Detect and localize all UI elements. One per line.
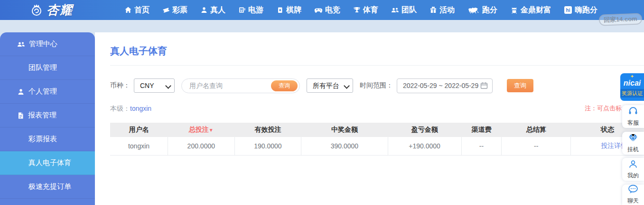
nav-item-lottery[interactable]: 彩票 — [162, 5, 187, 15]
sidebar-item-label: 真人电子体育 — [28, 158, 71, 167]
nav-item-egame[interactable]: 电游 — [238, 5, 263, 15]
nav-item-hipaofen[interactable]: hi 嗨跑分 — [564, 5, 597, 15]
nav-item-label: 团队 — [401, 5, 417, 15]
platform-select-wrap: 所有平台 — [307, 78, 353, 93]
currency-select[interactable]: CNY — [134, 78, 175, 93]
currency-select-wrap: CNY — [134, 78, 175, 93]
username-search-box: 查询 — [181, 78, 300, 93]
esports-icon — [314, 6, 323, 14]
hi-badge-icon: hi — [564, 6, 572, 14]
level-user-link[interactable]: tongxin — [130, 105, 151, 112]
nav-item-paofen[interactable]: 跑分 — [467, 5, 497, 15]
level-label: 本级： — [110, 105, 130, 112]
col-header-profit[interactable]: 盈亏金额 — [388, 123, 461, 137]
nav-item-activity[interactable]: 活动 — [429, 5, 455, 15]
sidebar-item-report-management[interactable]: 报表管理 — [0, 104, 95, 127]
col-header-total-bet-sorted[interactable]: 总投注▼ — [168, 123, 235, 137]
cell-username: tongxin — [110, 137, 168, 155]
sidebar: 管理中心 团队管理 个人管理 报表管理 彩票报表 真人电子体育 极速充提订单 — [0, 32, 95, 205]
nav-item-label: 彩票 — [172, 5, 187, 15]
user-icon — [628, 159, 638, 171]
nav-item-sports[interactable]: 体育 — [353, 5, 378, 15]
site-watermark: 回家14.com — [599, 13, 643, 26]
sparkle-icon: ✦ — [620, 74, 644, 79]
nav-item-team[interactable]: 团队 — [391, 5, 417, 15]
crown-emblem-icon — [29, 3, 44, 17]
sidebar-item-label: 个人管理 — [28, 87, 57, 96]
cell-win-amount: 390.0000 — [301, 137, 388, 155]
col-header-valid-bet[interactable]: 有效投注 — [234, 123, 301, 137]
team-icon — [17, 40, 25, 48]
customer-service-button[interactable]: 客服 — [622, 105, 644, 128]
sort-desc-icon: ▼ — [209, 127, 214, 133]
svg-text:hi: hi — [566, 8, 570, 13]
sidebar-item-personal-management[interactable]: 个人管理 — [0, 80, 95, 104]
date-range-value: 2022-05-29 ~ 2022-05-29 — [403, 82, 478, 89]
nav-item-label: 金鼎财富 — [521, 5, 551, 15]
diamond-icon — [628, 133, 638, 145]
sidebar-item-fast-deposit-withdraw-orders[interactable]: 极速充提订单 — [0, 175, 95, 199]
table-row: tongxin 200.0000 190.0000 390.0000 +190.… — [110, 137, 644, 155]
brand-logo[interactable]: 杏耀 — [29, 2, 73, 19]
col-header-channel-fee[interactable]: 渠道费 — [461, 123, 501, 137]
sidebar-item-management-center[interactable]: 管理中心 — [0, 32, 95, 56]
nav-item-esports[interactable]: 电竞 — [314, 5, 340, 15]
date-range-picker[interactable]: 2022-05-29 ~ 2022-05-29 — [397, 78, 493, 93]
level-row: 本级：tongxin — [110, 105, 644, 113]
cell-profit: +190.0000 — [388, 137, 461, 155]
sidebar-item-label: 管理中心 — [29, 39, 57, 49]
username-input[interactable] — [189, 82, 261, 89]
nav-item-label: 电游 — [248, 5, 263, 15]
platform-select[interactable]: 所有平台 — [307, 78, 353, 93]
nav-item-label: 真人 — [210, 5, 225, 15]
chat-icon — [628, 185, 638, 196]
nav-item-label: 嗨跑分 — [575, 5, 597, 15]
title-divider — [110, 65, 644, 66]
chat-button[interactable]: 聊天 — [622, 185, 644, 205]
col-header-total-settlement[interactable]: 总结算 — [502, 123, 571, 137]
report-icon — [17, 112, 24, 119]
nav-item-wealth[interactable]: 金鼎财富 — [510, 5, 551, 15]
logo-text: 杏耀 — [47, 2, 73, 19]
my-account-button[interactable]: 我的 — [622, 158, 644, 181]
auto-hangup-button[interactable]: 挂机 — [622, 132, 644, 155]
cell-total-settlement: -- — [502, 137, 571, 155]
nav-item-label: 棋牌 — [286, 5, 301, 15]
nav-item-live[interactable]: 真人 — [200, 5, 225, 15]
nav-item-label: 跑分 — [482, 5, 497, 15]
query-button[interactable]: 查询 — [507, 79, 533, 92]
calendar-icon — [480, 81, 488, 90]
currency-label: 币种： — [110, 81, 130, 90]
table-header-row: 用户名 总投注▼ 有效投注 中奖金额 盈亏金额 渠道费 总结算 状态 — [110, 123, 644, 137]
report-table: 用户名 总投注▼ 有效投注 中奖金额 盈亏金额 渠道费 总结算 状态 tongx… — [110, 123, 644, 156]
top-navbar: 杏耀 首页 彩票 真人 电游 棋牌 电竞 体育 — [0, 0, 644, 20]
nav-item-label: 首页 — [134, 5, 149, 15]
cell-channel-fee: -- — [461, 137, 501, 155]
page-title: 真人电子体育 — [110, 45, 644, 58]
sidebar-item-lottery-report[interactable]: 彩票报表 — [0, 127, 95, 151]
sidebar-item-label: 团队管理 — [28, 63, 57, 72]
nav-item-label: 活动 — [439, 5, 455, 15]
sports-trophy-icon — [353, 6, 361, 14]
headset-icon — [628, 107, 638, 118]
user-icon — [17, 88, 25, 96]
lottery-icon — [162, 6, 170, 14]
slots-icon — [238, 6, 246, 14]
inline-search-button[interactable]: 查询 — [271, 80, 298, 91]
home-icon — [124, 6, 132, 14]
main-content: 真人电子体育 币种： CNY 查询 所有平台 时间范围： 2022-05-29 … — [95, 32, 644, 205]
promo-badge[interactable]: ✦ nicai 奖源认证 — [620, 73, 644, 101]
gift-icon — [429, 6, 437, 14]
float-card-label: 客服 — [627, 119, 639, 127]
cards-icon — [276, 6, 284, 14]
col-header-username[interactable]: 用户名 — [110, 123, 168, 137]
wealth-icon — [510, 6, 518, 14]
sidebar-item-label: 极速充提订单 — [28, 182, 71, 191]
nav-menu: 首页 彩票 真人 电游 棋牌 电竞 体育 团队 — [124, 5, 597, 15]
nav-item-boardgames[interactable]: 棋牌 — [276, 5, 301, 15]
sidebar-item-team-management[interactable]: 团队管理 — [0, 56, 95, 80]
cell-valid-bet: 190.0000 — [234, 137, 301, 155]
col-header-win-amount[interactable]: 中奖金额 — [301, 123, 388, 137]
sidebar-item-live-electronic-sports[interactable]: 真人电子体育 — [0, 151, 95, 175]
nav-item-home[interactable]: 首页 — [124, 5, 149, 15]
